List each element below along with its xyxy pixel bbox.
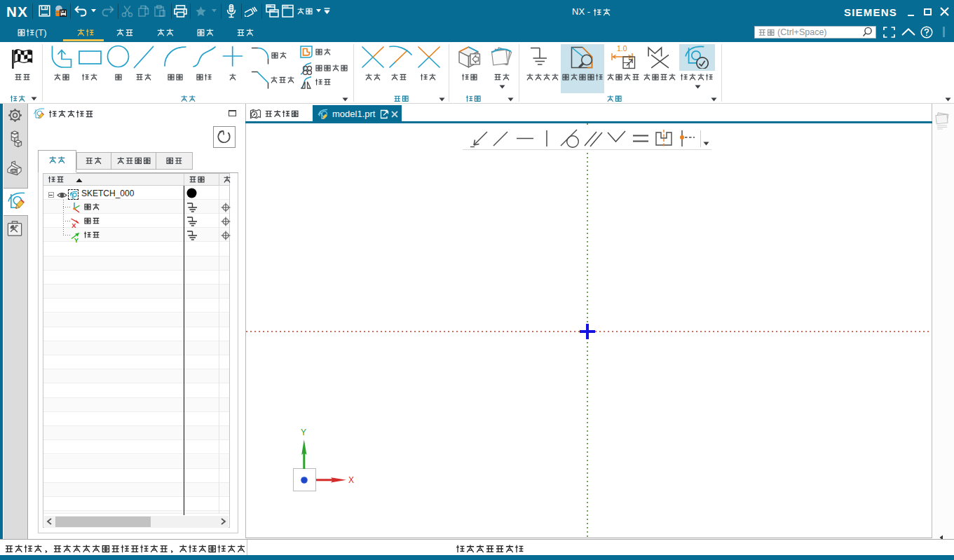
svg-text:X: X — [71, 221, 76, 228]
svg-text:Y: Y — [74, 236, 79, 243]
